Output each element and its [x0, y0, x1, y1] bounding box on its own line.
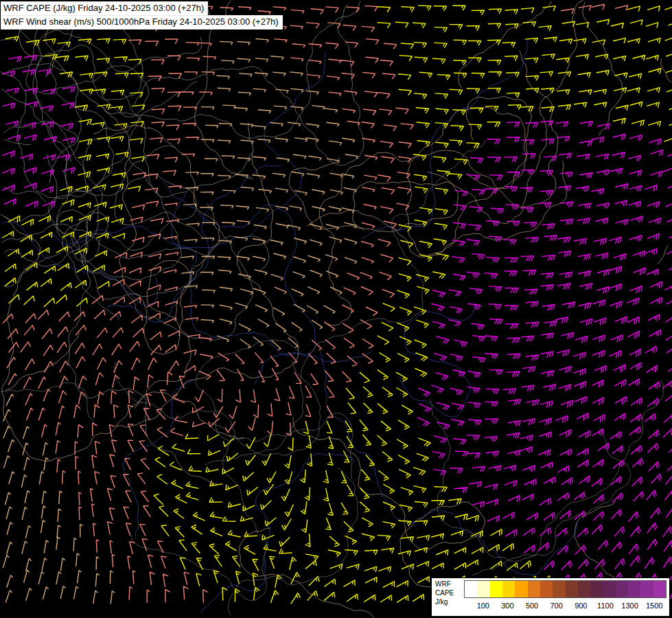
legend-swatch: [540, 581, 553, 597]
legend-swatch: [616, 581, 628, 597]
legend-tick: 100: [471, 602, 496, 610]
legend-body: 100300500700900110013001500: [464, 578, 669, 616]
legend-color-scale: [464, 580, 667, 598]
map-canvas: [0, 0, 672, 618]
map-title-cape: WRF CAPE (J/kg) Friday 24-10-2025 03:00 …: [1, 1, 208, 16]
legend-tick: 1100: [593, 602, 618, 610]
legend-tick: 900: [569, 602, 594, 610]
legend-swatch: [590, 581, 603, 597]
legend-tick: 1300: [618, 602, 642, 610]
legend-tick: 700: [544, 602, 569, 610]
legend-swatch: [566, 581, 578, 597]
legend-swatch: [515, 581, 527, 597]
map-title-cape-text: WRF CAPE (J/kg) Friday 24-10-2025 03:00 …: [3, 3, 204, 13]
legend-param-label: CAPE: [435, 588, 463, 597]
cape-legend: WRF CAPE J/kg 10030050070090011001300150…: [431, 577, 670, 617]
legend-swatch: [490, 581, 502, 597]
legend-tick: 1500: [642, 602, 667, 610]
map-title-shear: WRF Wind shear (m/s) 500/1000hPa Friday …: [1, 15, 283, 30]
legend-tick: 500: [520, 602, 544, 610]
legend-tick-values: 100300500700900110013001500: [464, 598, 667, 613]
legend-unit-label: J/kg: [435, 597, 463, 606]
legend-swatch: [465, 581, 477, 597]
legend-swatch: [603, 581, 615, 597]
legend-swatch: [640, 581, 653, 597]
legend-swatch: [502, 581, 515, 597]
weather-map: WRF CAPE (J/kg) Friday 24-10-2025 03:00 …: [0, 0, 672, 618]
legend-tick: 300: [496, 602, 520, 610]
legend-swatch: [578, 581, 590, 597]
legend-model-label: WRF: [435, 580, 463, 588]
legend-swatch: [528, 581, 540, 597]
legend-swatch: [628, 581, 640, 597]
legend-label-block: WRF CAPE J/kg: [432, 578, 464, 616]
legend-swatch: [477, 581, 489, 597]
map-title-shear-text: WRF Wind shear (m/s) 500/1000hPa Friday …: [3, 16, 279, 27]
legend-swatch: [553, 581, 565, 597]
legend-swatch: [653, 581, 666, 597]
